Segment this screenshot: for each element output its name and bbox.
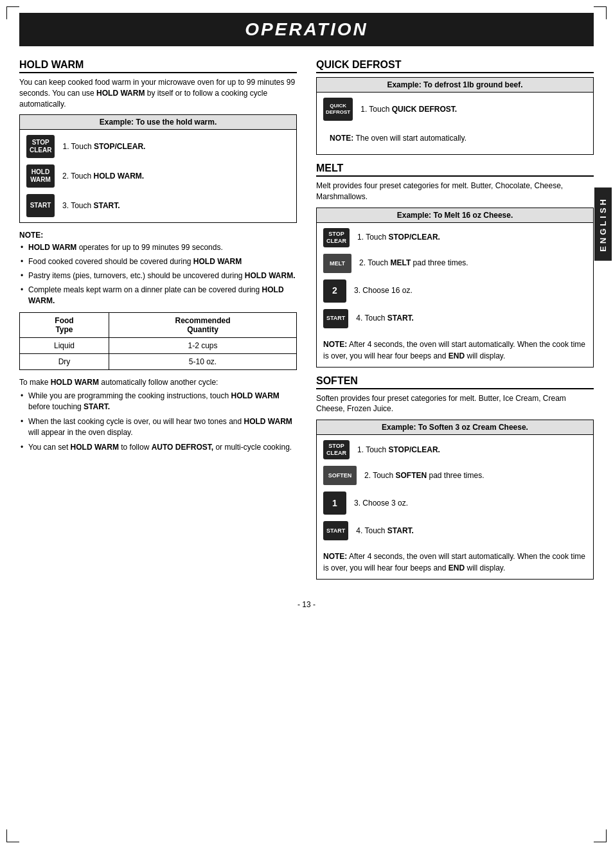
number-2-button[interactable]: 2	[323, 279, 346, 303]
number-1-button[interactable]: 1	[323, 492, 346, 515]
hold-warm-step-1: STOPCLEAR 1. Touch STOP/CLEAR.	[26, 135, 290, 158]
melt-step-2: MELT 2. Touch MELT pad three times.	[323, 254, 587, 273]
melt-step-4-text: 4. Touch START.	[356, 313, 414, 324]
corner-mark-tr	[594, 6, 607, 19]
hold-warm-step-3: START 3. Touch START.	[26, 194, 290, 217]
soften-step-2-text: 2. Touch SOFTEN pad three times.	[364, 470, 484, 481]
stop-clear-button-3[interactable]: STOPCLEAR	[323, 440, 350, 459]
melt-note: NOTE: After 4 seconds, the oven will sta…	[317, 333, 593, 367]
auto-follow-item-1: While you are programming the cooking in…	[19, 391, 297, 412]
start-button-3[interactable]: START	[323, 521, 348, 540]
hold-warm-example-header: Example: To use the hold warm.	[20, 115, 296, 130]
soften-step-1: STOPCLEAR 1. Touch STOP/CLEAR.	[323, 440, 587, 459]
english-sidebar-label: ENGLISH	[594, 188, 612, 261]
page-header: OPERATION	[19, 13, 594, 46]
soften-example-box: Example: To Soften 3 oz Cream Cheese. ST…	[316, 420, 594, 580]
note-list: HOLD WARM operates for up to 99 minutes …	[19, 242, 297, 306]
melt-step-1: STOPCLEAR 1. Touch STOP/CLEAR.	[323, 228, 587, 247]
melt-step-3-text: 3. Choose 16 oz.	[354, 285, 413, 296]
soften-step-4: START 4. Touch START.	[323, 521, 587, 540]
melt-step-4: START 4. Touch START.	[323, 309, 587, 328]
stop-clear-button-2[interactable]: STOPCLEAR	[323, 228, 350, 247]
corner-mark-tl	[6, 6, 19, 19]
food-qty-liquid: 1-2 cups	[109, 338, 296, 354]
quick-defrost-button[interactable]: QUICKDEFROST	[323, 98, 353, 121]
food-type-table: FoodType RecommendedQuantity Liquid 1-2 …	[19, 312, 297, 370]
content-area: HOLD WARM You can keep cooked food warm …	[19, 59, 594, 587]
page-title: OPERATION	[245, 19, 368, 39]
melt-step-1-text: 1. Touch STOP/CLEAR.	[357, 232, 440, 243]
soften-note: NOTE: After 4 seconds, the oven will sta…	[317, 545, 593, 579]
melt-example-header: Example: To Melt 16 oz Cheese.	[317, 208, 593, 223]
table-row: Liquid 1-2 cups	[20, 338, 297, 354]
quick-defrost-example-header: Example: To defrost 1lb ground beef.	[317, 78, 593, 93]
table-col-recommended-qty: RecommendedQuantity	[109, 313, 296, 338]
table-col-food-type: FoodType	[20, 313, 109, 338]
right-column: QUICK DEFROST Example: To defrost 1lb gr…	[316, 59, 594, 587]
auto-follow-list: While you are programming the cooking in…	[19, 391, 297, 452]
hold-warm-step-2: HOLDWARM 2. Touch HOLD WARM.	[26, 164, 290, 188]
quick-defrost-example-body: QUICKDEFROST 1. Touch QUICK DEFROST. NOT…	[317, 93, 593, 154]
hold-warm-step-2-text: 2. Touch HOLD WARM.	[62, 171, 144, 182]
hold-warm-title: HOLD WARM	[19, 59, 297, 73]
stop-clear-button-1[interactable]: STOPCLEAR	[26, 135, 55, 158]
auto-follow-item-2: When the last cooking cycle is over, ou …	[19, 416, 297, 438]
melt-desc: Melt provides four preset categories for…	[316, 181, 594, 202]
auto-follow-item-3: You can set HOLD WARM to follow AUTO DEF…	[19, 442, 297, 453]
soften-step-2: SOFTEN 2. Touch SOFTEN pad three times.	[323, 466, 587, 485]
food-qty-dry: 5-10 oz.	[109, 354, 296, 370]
melt-step-3: 2 3. Choose 16 oz.	[323, 279, 587, 303]
melt-example-body: STOPCLEAR 1. Touch STOP/CLEAR. MELT 2. T…	[317, 223, 593, 333]
note-item-1: HOLD WARM operates for up to 99 minutes …	[19, 242, 297, 253]
melt-example-box: Example: To Melt 16 oz Cheese. STOPCLEAR…	[316, 208, 594, 368]
note-item-3: Pastry items (pies, turnovers, etc.) sho…	[19, 270, 297, 281]
start-button-1[interactable]: START	[26, 194, 55, 217]
melt-step-2-text: 2. Touch MELT pad three times.	[359, 258, 468, 269]
quick-defrost-example-box: Example: To defrost 1lb ground beef. QUI…	[316, 77, 594, 155]
soften-button[interactable]: SOFTEN	[323, 466, 357, 485]
note-item-2: Food cooked covered should be covered du…	[19, 256, 297, 267]
hold-warm-example-box: Example: To use the hold warm. STOPCLEAR…	[19, 114, 297, 223]
page: OPERATION HOLD WARM You can keep cooked …	[0, 0, 613, 868]
corner-mark-br	[594, 829, 607, 842]
food-type-dry: Dry	[20, 354, 109, 370]
soften-example-header: Example: To Soften 3 oz Cream Cheese.	[317, 420, 593, 435]
soften-step-1-text: 1. Touch STOP/CLEAR.	[357, 445, 440, 456]
food-type-liquid: Liquid	[20, 338, 109, 354]
table-row: Dry 5-10 oz.	[20, 354, 297, 370]
auto-follow-intro: To make HOLD WARM automatically follow a…	[19, 378, 297, 387]
quick-defrost-note: NOTE: The oven will start automatically.	[323, 127, 587, 149]
hold-warm-step-3-text: 3. Touch START.	[62, 200, 120, 211]
quick-defrost-step-1: QUICKDEFROST 1. Touch QUICK DEFROST.	[323, 98, 587, 121]
soften-step-4-text: 4. Touch START.	[356, 526, 414, 536]
soften-step-3-text: 3. Choose 3 oz.	[354, 498, 408, 509]
corner-mark-bl	[6, 829, 19, 842]
quick-defrost-step-text: 1. Touch QUICK DEFROST.	[360, 104, 457, 115]
hold-warm-desc: You can keep cooked food warm in your mi…	[19, 77, 297, 109]
hold-warm-example-body: STOPCLEAR 1. Touch STOP/CLEAR. HOLDWARM …	[20, 130, 296, 222]
note-label: NOTE:	[19, 231, 297, 240]
soften-title: SOFTEN	[316, 375, 594, 389]
hold-warm-button[interactable]: HOLDWARM	[26, 164, 55, 188]
page-number: - 13 -	[19, 600, 594, 609]
soften-desc: Soften provides four preset categories f…	[316, 393, 594, 415]
soften-example-body: STOPCLEAR 1. Touch STOP/CLEAR. SOFTEN 2.…	[317, 435, 593, 545]
note-item-4: Complete meals kept warm on a dinner pla…	[19, 285, 297, 306]
melt-title: MELT	[316, 163, 594, 177]
hold-warm-notes: NOTE: HOLD WARM operates for up to 99 mi…	[19, 231, 297, 306]
soften-step-3: 1 3. Choose 3 oz.	[323, 492, 587, 515]
hold-warm-step-1-text: 1. Touch STOP/CLEAR.	[62, 141, 145, 152]
melt-button[interactable]: MELT	[323, 254, 351, 273]
start-button-2[interactable]: START	[323, 309, 348, 328]
quick-defrost-title: QUICK DEFROST	[316, 59, 594, 73]
left-column: HOLD WARM You can keep cooked food warm …	[19, 59, 297, 587]
